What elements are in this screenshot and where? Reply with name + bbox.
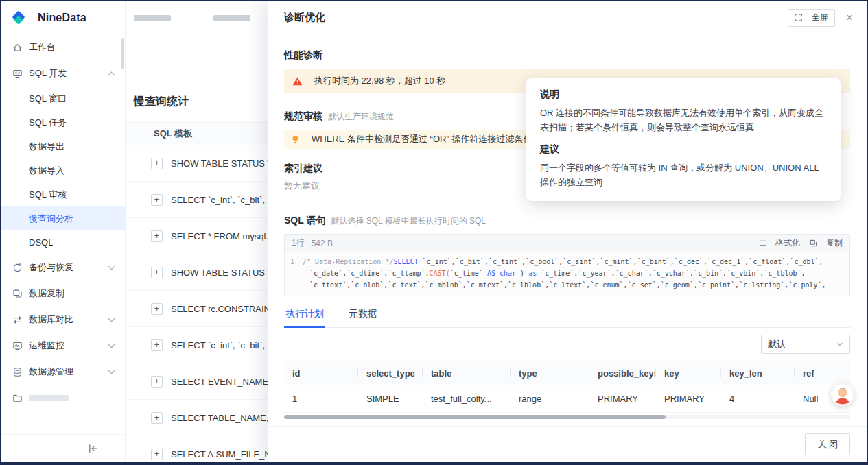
- audit-heading: 规范审核: [284, 110, 322, 123]
- home-icon: [12, 43, 23, 53]
- plan-filter-select[interactable]: 默认: [761, 335, 850, 354]
- sidebar-item-label: 工作台: [29, 41, 56, 53]
- sidebar-item-label: 数据导出: [29, 141, 64, 153]
- sidebar-item-11[interactable]: 数据库对比: [1, 307, 125, 333]
- performance-heading: 性能诊断: [284, 49, 850, 62]
- column-header-select_type: select_type: [358, 368, 423, 379]
- cell: range: [511, 394, 589, 404]
- expand-row-button[interactable]: +: [151, 158, 163, 169]
- sql-template-text: SELECT TABLE_NAME, PA: [171, 413, 282, 423]
- code-line: `c_ttext`,`c_blob`,`c_text`,`c_mblob`,`c…: [303, 279, 843, 291]
- sidebar-item-5[interactable]: 数据导入: [1, 158, 125, 182]
- cell: test_full_colty...: [423, 394, 511, 404]
- sidebar-item-7[interactable]: 慢查询分析: [1, 206, 125, 230]
- plan-header-row: idselect_typetabletypepossible_keyskeyke…: [284, 361, 850, 385]
- support-avatar[interactable]: [831, 383, 854, 406]
- sidebar-item-label: SQL 开发: [29, 67, 67, 80]
- copy-icon: [810, 239, 817, 247]
- column-header-key: key: [656, 368, 721, 379]
- column-header-ref: ref: [795, 368, 853, 379]
- drawer-header-actions: 全屏 ×: [788, 9, 853, 27]
- expand-row-button[interactable]: +: [151, 303, 163, 315]
- chevron-down-icon: [108, 315, 115, 322]
- brand-logo[interactable]: NineData: [1, 1, 125, 34]
- expand-row-button[interactable]: +: [151, 412, 163, 424]
- format-button[interactable]: 格式化: [759, 237, 800, 249]
- expand-row-button[interactable]: +: [151, 194, 163, 206]
- expand-row-button[interactable]: +: [151, 376, 163, 388]
- plan-hscrollbar-thumb[interactable]: [284, 415, 666, 419]
- plan-filter-value: 默认: [768, 338, 786, 350]
- collapse-sidebar-icon[interactable]: [88, 443, 98, 453]
- code-line: `c_date`,`c_dtime`,`c_ttamp`,CAST(`c_tim…: [303, 267, 843, 279]
- sql-hint: 默认选择 SQL 模板中最长执行时间的 SQL: [331, 215, 486, 227]
- sql-template-text: SELECT * FROM mysql.slo: [171, 231, 280, 241]
- clipped-text-fragment: [134, 15, 171, 21]
- sql-template-text: SELECT `c_int`, `c_bit`,: [171, 340, 265, 350]
- clipped-label: [29, 395, 69, 401]
- monitor-icon: [12, 341, 23, 351]
- sidebar-item-label: DSQL: [29, 237, 53, 248]
- diagnosis-drawer: 诊断优化 全屏 × 性能诊断 执行时间为 22.98 秒，超过 10 秒 规范审…: [268, 1, 867, 462]
- expand-row-button[interactable]: +: [151, 267, 163, 278]
- chevron-down-icon: [836, 341, 843, 348]
- app-root: NineData 工作台SQL 开发SQL 窗口SQL 任务数据导出数据导入SQ…: [0, 0, 868, 465]
- sidebar-item-4[interactable]: 数据导出: [1, 134, 125, 158]
- sidebar-item-1[interactable]: SQL 开发: [1, 60, 125, 86]
- sidebar-item-10[interactable]: 数据复制: [1, 281, 125, 307]
- plan-tabs: 执行计划元数据: [284, 304, 850, 328]
- chevron-down-icon: [108, 342, 115, 348]
- sidebar-item-0[interactable]: 工作台: [1, 34, 125, 60]
- sidebar-item-clipped[interactable]: [1, 385, 125, 411]
- plan-hscrollbar-track: [284, 415, 850, 419]
- sidebar-item-label: SQL 任务: [29, 117, 67, 129]
- sidebar-item-label: SQL 窗口: [29, 93, 67, 105]
- sql-heading: SQL 语句: [284, 215, 325, 227]
- sidebar-item-label: 备份与恢复: [29, 261, 73, 274]
- sidebar-bottom-bar: [1, 434, 125, 462]
- cell: 1: [284, 394, 358, 404]
- fullscreen-button[interactable]: 全屏: [788, 9, 835, 27]
- column-header-id: id: [284, 368, 358, 379]
- code-body: 1 /* Data-Replication */SELECT `c_int`,`…: [285, 252, 849, 296]
- sidebar-scrollbar[interactable]: [121, 38, 124, 69]
- chevron-down-icon: [108, 263, 115, 270]
- sidebar-item-8[interactable]: DSQL: [1, 230, 125, 254]
- plan-filter-row: 默认: [284, 335, 850, 354]
- tooltip-title-1: 说明: [540, 88, 827, 101]
- sidebar-item-9[interactable]: 备份与恢复: [1, 254, 125, 281]
- sql-code-block: 1行 542 B 格式化 复制 1 /*: [284, 234, 850, 296]
- tab-execution-plan[interactable]: 执行计划: [284, 304, 325, 328]
- cell: SIMPLE: [358, 394, 423, 404]
- drawer-title: 诊断优化: [284, 11, 325, 24]
- backup-icon: [12, 263, 23, 273]
- column-header-key_len: key_len: [721, 368, 795, 379]
- sidebar-nav: 工作台SQL 开发SQL 窗口SQL 任务数据导出数据导入SQL 审核慢查询分析…: [1, 34, 125, 434]
- close-button[interactable]: 关 闭: [805, 433, 850, 455]
- line-number: 1: [290, 256, 303, 291]
- sidebar-item-2[interactable]: SQL 窗口: [1, 86, 125, 110]
- rule-tooltip: 说明 OR 连接的不同条件可能导致数据库无法有效使用单个索引，从而变成全表扫描；…: [526, 78, 841, 201]
- sidebar-item-label: 运维监控: [29, 339, 64, 352]
- close-icon[interactable]: ×: [846, 12, 853, 23]
- sidebar-item-3[interactable]: SQL 任务: [1, 110, 125, 134]
- sidebar-item-6[interactable]: SQL 审核: [1, 182, 125, 206]
- sql-template-text: SELECT rc.CONSTRAINT_: [171, 304, 281, 314]
- sidebar-item-label: 慢查询分析: [29, 213, 73, 225]
- chevron-up-icon: [108, 71, 115, 78]
- sidebar-item-label: 数据库对比: [29, 313, 73, 326]
- expand-row-button[interactable]: +: [151, 230, 163, 242]
- sidebar-item-13[interactable]: 数据源管理: [1, 359, 125, 385]
- column-header-possible_keys: possible_keys: [589, 368, 656, 379]
- sidebar-item-label: 数据源管理: [29, 366, 73, 378]
- sql-dev-icon: [12, 69, 23, 79]
- expand-row-button[interactable]: +: [151, 449, 163, 460]
- tab-metadata[interactable]: 元数据: [347, 304, 379, 327]
- copy-button[interactable]: 复制: [810, 237, 843, 249]
- audit-rule-text: WHERE 条件中检测是否通过 “OR” 操作符连接过滤条件: [312, 133, 532, 145]
- code-toolbar: 1行 542 B 格式化 复制: [285, 235, 849, 252]
- code-lines: /* Data-Replication */SELECT `c_int`,`c_…: [303, 256, 843, 291]
- expand-row-button[interactable]: +: [151, 339, 163, 351]
- code-line-count: 1行: [292, 237, 305, 249]
- sidebar-item-12[interactable]: 运维监控: [1, 333, 125, 359]
